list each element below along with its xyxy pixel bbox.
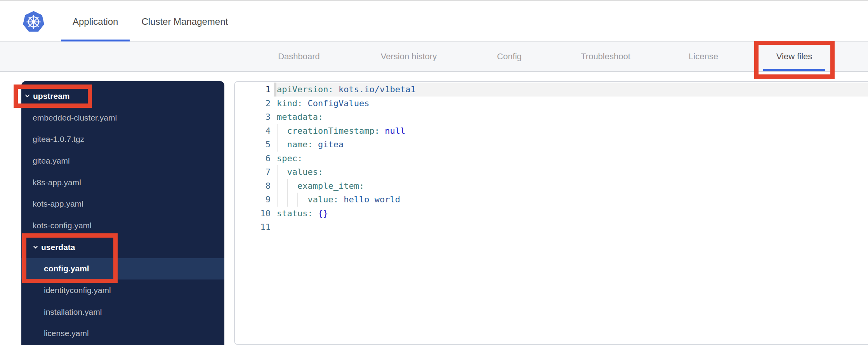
code-line-1[interactable]: 1apiVersion: kots.io/v1beta1 [235, 83, 868, 97]
app-sub-nav: DashboardVersion historyConfigTroublesho… [0, 41, 868, 72]
code-text: kind: ConfigValues [274, 97, 868, 110]
code-text: status: {} [274, 207, 868, 221]
tab-application-label: Application [73, 16, 118, 27]
code-line-11[interactable]: 11 [235, 220, 868, 234]
file-label: identityconfig.yaml [44, 286, 111, 295]
code-text: creationTimestamp: null [274, 124, 868, 138]
file-label: kots-app.yaml [33, 199, 83, 209]
tree-file-identityconfig-yaml[interactable]: identityconfig.yaml [21, 279, 224, 301]
tree-file-k8s-app-yaml[interactable]: k8s-app.yaml [21, 172, 224, 193]
subtab-version-history[interactable]: Version history [381, 41, 437, 71]
code-line-2[interactable]: 2kind: ConfigValues [235, 97, 868, 110]
token-key: apiVersion [277, 85, 328, 94]
code-line-8[interactable]: 8 example_item: [235, 179, 868, 193]
indent-guide [277, 138, 278, 152]
token-const: {} [318, 209, 328, 218]
token-punc: : [318, 167, 323, 177]
token-punc: : [318, 112, 323, 122]
code-text [274, 220, 868, 234]
token-str: hello world [344, 195, 400, 204]
subtab-label: Config [497, 52, 522, 62]
token-str: ConfigValues [307, 98, 369, 108]
code-text: value: hello world [274, 193, 868, 207]
code-line-6[interactable]: 6spec: [235, 152, 868, 166]
tree-file-kots-config-yaml[interactable]: kots-config.yaml [21, 215, 224, 236]
token-punc: : [359, 181, 364, 191]
kubernetes-logo-icon [23, 11, 45, 33]
yaml-code-editor[interactable]: 1apiVersion: kots.io/v1beta12kind: Confi… [234, 81, 868, 345]
indent-guide [277, 193, 278, 207]
tree-file-gitea-1-0-7-tgz[interactable]: gitea-1.0.7.tgz [21, 128, 224, 150]
tree-file-config-yaml[interactable]: config.yaml [21, 258, 224, 280]
indent-guide [297, 193, 298, 207]
subtab-label: Dashboard [278, 52, 320, 62]
tree-file-gitea-yaml[interactable]: gitea.yaml [21, 150, 224, 172]
tree-file-installation-yaml[interactable]: installation.yaml [21, 301, 224, 323]
token-punc: : [375, 126, 385, 136]
indent-guide [287, 179, 288, 193]
code-line-10[interactable]: 10status: {} [235, 207, 868, 221]
indent-guide [277, 124, 278, 138]
code-line-4[interactable]: 4 creationTimestamp: null [235, 124, 868, 138]
token-key: metadata [277, 112, 318, 122]
line-number: 10 [235, 207, 274, 221]
code-text: spec: [274, 152, 868, 166]
subtab-license[interactable]: License [689, 41, 718, 71]
token-key: example_item [297, 181, 359, 191]
indent-guide [287, 193, 288, 207]
code-text: metadata: [274, 110, 868, 124]
tree-file-license-yaml[interactable]: license.yaml [21, 323, 224, 345]
token-key: value [307, 195, 333, 204]
token-key: kind [277, 98, 297, 108]
chevron-down-icon [24, 93, 30, 99]
file-label: gitea.yaml [33, 156, 70, 166]
indent-guide [277, 165, 278, 179]
tree-file-embedded-cluster-yaml[interactable]: embedded-cluster.yaml [21, 107, 224, 129]
subtab-troubleshoot[interactable]: Troubleshoot [581, 41, 630, 71]
file-label: k8s-app.yaml [33, 178, 81, 187]
tab-application[interactable]: Application [61, 1, 130, 42]
tree-file-kots-app-yaml[interactable]: kots-app.yaml [21, 193, 224, 215]
subtab-label: Version history [381, 52, 437, 62]
code-line-3[interactable]: 3metadata: [235, 110, 868, 124]
subtab-config[interactable]: Config [497, 41, 522, 71]
token-punc: : [297, 98, 308, 108]
file-tree-sidebar: upstreamembedded-cluster.yamlgitea-1.0.7… [21, 81, 224, 345]
token-punc: : [307, 140, 318, 149]
file-label: config.yaml [44, 264, 89, 273]
code-line-5[interactable]: 5 name: gitea [235, 138, 868, 152]
token-punc: : [297, 154, 302, 163]
top-nav-tabs: Application Cluster Management [61, 1, 240, 42]
line-number: 6 [235, 152, 274, 166]
folder-label: upstream [33, 91, 70, 101]
code-text: values: [274, 165, 868, 179]
line-number: 5 [235, 138, 274, 152]
token-key: status [277, 209, 307, 218]
token-punc: : [307, 209, 318, 218]
folder-label: userdata [41, 243, 75, 252]
tree-folder-userdata[interactable]: userdata [21, 236, 224, 258]
token-key: creationTimestamp [287, 126, 375, 136]
code-text: example_item: [274, 179, 868, 193]
line-number: 2 [235, 97, 274, 110]
token-punc: : [328, 85, 339, 94]
tree-folder-upstream[interactable]: upstream [21, 85, 224, 107]
code-line-9[interactable]: 9 value: hello world [235, 193, 868, 207]
subtab-dashboard[interactable]: Dashboard [278, 41, 320, 71]
tab-cluster-management[interactable]: Cluster Management [130, 1, 240, 42]
token-str: gitea [318, 140, 344, 149]
token-key: name [287, 140, 308, 149]
code-text: apiVersion: kots.io/v1beta1 [274, 83, 868, 97]
code-line-7[interactable]: 7 values: [235, 165, 868, 179]
token-punc: : [333, 195, 344, 204]
code-text: name: gitea [274, 138, 868, 152]
subtab-view-files[interactable]: View files [776, 41, 812, 71]
file-label: gitea-1.0.7.tgz [33, 135, 84, 144]
line-number: 11 [235, 220, 274, 234]
subtab-label: View files [776, 52, 812, 62]
file-label: embedded-cluster.yaml [33, 113, 117, 122]
token-key: spec [277, 154, 297, 163]
file-label: installation.yaml [44, 307, 102, 317]
line-number: 1 [235, 83, 274, 97]
line-number: 9 [235, 193, 274, 207]
